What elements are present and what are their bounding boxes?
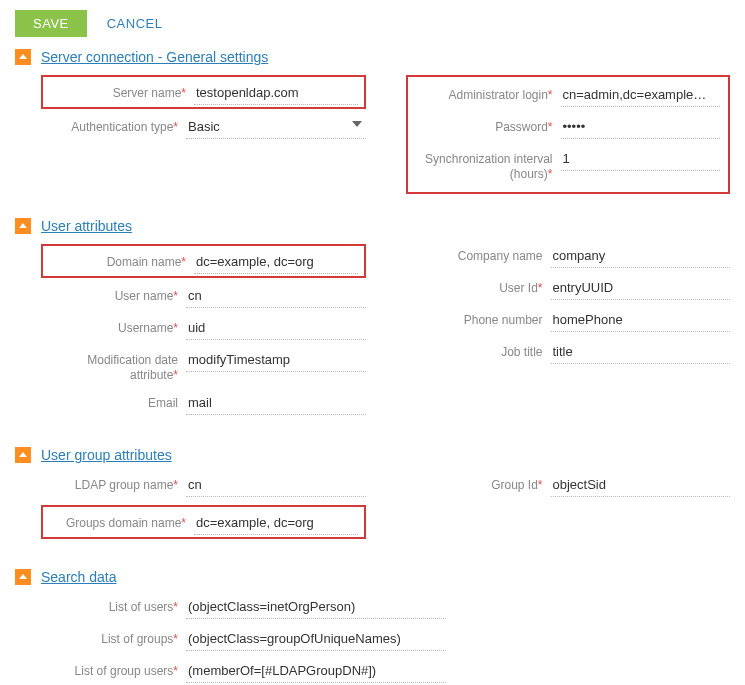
user-name-input[interactable]: [186, 284, 366, 308]
sync-interval-input[interactable]: [561, 147, 721, 171]
section-user-group-attributes: User group attributes LDAP group name* G…: [15, 447, 730, 545]
label-list-group-users: List of group users*: [41, 659, 186, 679]
label-ldap-group-name: LDAP group name*: [41, 473, 186, 493]
section-title-search-data: Search data: [41, 569, 117, 585]
svg-marker-3: [19, 574, 27, 579]
job-title-input[interactable]: [551, 340, 731, 364]
password-input[interactable]: [561, 115, 721, 139]
label-username: Username*: [41, 316, 186, 336]
label-email: Email: [41, 391, 186, 411]
label-phone: Phone number: [406, 308, 551, 328]
groups-domain-name-input[interactable]: [194, 511, 358, 535]
section-title-group-attrs: User group attributes: [41, 447, 172, 463]
list-users-input[interactable]: [186, 595, 446, 619]
chevron-up-icon: [18, 221, 28, 231]
label-user-id: User Id*: [406, 276, 551, 296]
mod-date-input[interactable]: [186, 348, 366, 372]
username-input[interactable]: [186, 316, 366, 340]
chevron-up-icon: [18, 450, 28, 460]
label-job-title: Job title: [406, 340, 551, 360]
label-auth-type: Authentication type*: [41, 115, 186, 135]
label-password: Password*: [416, 115, 561, 135]
collapse-toggle-server[interactable]: [15, 49, 31, 65]
label-group-id: Group Id*: [406, 473, 551, 493]
ldap-group-name-input[interactable]: [186, 473, 366, 497]
group-id-input[interactable]: [551, 473, 731, 497]
label-mod-date: Modification date attribute*: [41, 348, 186, 383]
company-name-input[interactable]: [551, 244, 731, 268]
label-list-users: List of users*: [41, 595, 186, 615]
section-user-attributes: User attributes Domain name* User name* …: [15, 218, 730, 423]
label-domain-name: Domain name*: [49, 250, 194, 270]
label-sync-interval: Synchronization interval (hours)*: [416, 147, 561, 182]
server-name-input[interactable]: [194, 81, 358, 105]
svg-marker-1: [19, 223, 27, 228]
collapse-toggle-user-attrs[interactable]: [15, 218, 31, 234]
section-server-connection: Server connection - General settings Ser…: [15, 49, 730, 194]
svg-marker-0: [19, 54, 27, 59]
label-server-name: Server name*: [49, 81, 194, 101]
collapse-toggle-group-attrs[interactable]: [15, 447, 31, 463]
label-list-groups: List of groups*: [41, 627, 186, 647]
email-input[interactable]: [186, 391, 366, 415]
chevron-up-icon: [18, 52, 28, 62]
collapse-toggle-search-data[interactable]: [15, 569, 31, 585]
top-toolbar: SAVE CANCEL: [15, 10, 730, 37]
section-search-data: Search data List of users* List of group…: [15, 569, 730, 683]
list-group-users-input[interactable]: [186, 659, 446, 683]
svg-marker-2: [19, 452, 27, 457]
section-title-server: Server connection - General settings: [41, 49, 268, 65]
label-user-name: User name*: [41, 284, 186, 304]
label-company-name: Company name: [406, 244, 551, 264]
chevron-up-icon: [18, 572, 28, 582]
cancel-button[interactable]: CANCEL: [107, 16, 163, 31]
admin-login-input[interactable]: [561, 83, 721, 107]
auth-type-select[interactable]: [186, 115, 366, 139]
section-title-user-attrs: User attributes: [41, 218, 132, 234]
domain-name-input[interactable]: [194, 250, 358, 274]
phone-input[interactable]: [551, 308, 731, 332]
label-admin-login: Administrator login*: [416, 83, 561, 103]
list-groups-input[interactable]: [186, 627, 446, 651]
user-id-input[interactable]: [551, 276, 731, 300]
chevron-down-icon: [352, 121, 362, 127]
label-groups-domain-name: Groups domain name*: [49, 511, 194, 531]
save-button[interactable]: SAVE: [15, 10, 87, 37]
